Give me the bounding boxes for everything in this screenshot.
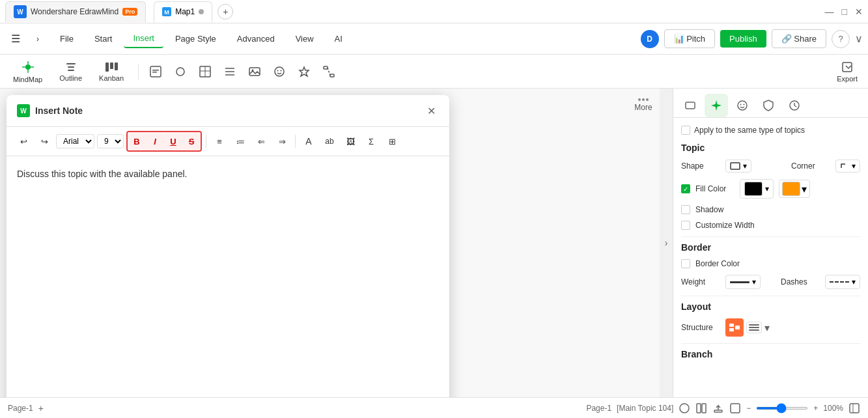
weight-label: Weight bbox=[681, 277, 720, 286]
indent-right-button[interactable]: ⇒ bbox=[273, 132, 291, 150]
border-section-title: Border bbox=[681, 242, 860, 253]
nav-collapse-button[interactable]: ☰ bbox=[5, 29, 26, 49]
panel-tab-ai[interactable] bbox=[705, 94, 728, 117]
menu-insert[interactable]: Insert bbox=[124, 29, 163, 48]
image-insert-button[interactable]: 🖼 bbox=[341, 132, 359, 150]
weight-select[interactable]: ▾ bbox=[725, 275, 761, 289]
help-button[interactable]: ? bbox=[832, 30, 850, 48]
text-color-button[interactable]: A bbox=[300, 132, 318, 150]
close-button[interactable]: ✕ bbox=[855, 7, 863, 17]
svg-rect-32 bbox=[686, 102, 695, 109]
align-button[interactable]: ≡ bbox=[210, 132, 229, 150]
font-family-select[interactable]: Arial bbox=[56, 134, 94, 148]
outline-view-button[interactable]: Outline bbox=[51, 56, 90, 87]
app-icon: W bbox=[14, 5, 27, 18]
star-button[interactable] bbox=[294, 61, 315, 82]
shape-select[interactable]: ▾ bbox=[725, 160, 751, 173]
note-button[interactable] bbox=[145, 61, 166, 82]
list-button[interactable] bbox=[219, 61, 240, 82]
font-size-select[interactable]: 9 bbox=[97, 134, 124, 148]
map-tab-name: Map1 bbox=[175, 7, 195, 16]
expand-icon[interactable] bbox=[848, 402, 860, 414]
zoom-slider[interactable] bbox=[756, 407, 808, 410]
customize-width-checkbox[interactable] bbox=[681, 221, 690, 230]
fit-page-icon[interactable] bbox=[679, 402, 690, 414]
menu-ai[interactable]: AI bbox=[326, 30, 352, 48]
menu-view[interactable]: View bbox=[287, 30, 323, 48]
italic-button[interactable]: I bbox=[146, 132, 164, 150]
indent-left-button[interactable]: ⇐ bbox=[252, 132, 270, 150]
right-panel: Apply to the same type of topics Topic S… bbox=[673, 89, 868, 397]
undo-button[interactable]: ↩ bbox=[14, 132, 33, 150]
menu-advanced[interactable]: Advanced bbox=[228, 30, 284, 48]
fill-color-picker[interactable]: ▾ bbox=[779, 180, 810, 198]
menu-file[interactable]: File bbox=[51, 30, 83, 48]
note-textarea[interactable]: Discuss this topic with the available pa… bbox=[14, 164, 441, 392]
add-page-button[interactable]: + bbox=[38, 403, 44, 413]
more-format-button[interactable]: ⊞ bbox=[383, 132, 401, 150]
dialog-close-button[interactable]: ✕ bbox=[423, 103, 439, 118]
mindmap-label: MindMap bbox=[13, 76, 42, 83]
structure-chevron[interactable]: ▾ bbox=[764, 322, 770, 334]
minimize-button[interactable]: — bbox=[825, 7, 834, 17]
canvas-area[interactable]: More W Insert Note ✕ ↩ ↪ Arial bbox=[0, 89, 660, 397]
formula-button[interactable]: Σ bbox=[362, 132, 380, 150]
emoji-button[interactable] bbox=[269, 61, 290, 82]
dialog-content[interactable]: Discuss this topic with the available pa… bbox=[7, 156, 449, 397]
highlight-button[interactable]: ab bbox=[320, 132, 339, 150]
underline-button[interactable]: U bbox=[164, 132, 182, 150]
border-color-checkbox[interactable] bbox=[681, 259, 690, 268]
panel-tab-clock[interactable] bbox=[783, 94, 806, 117]
image-button[interactable] bbox=[244, 61, 265, 82]
panel-tab-emoji[interactable] bbox=[731, 94, 754, 117]
structure-layout-button[interactable] bbox=[725, 318, 744, 337]
shadow-checkbox[interactable] bbox=[681, 205, 690, 214]
strikethrough-button[interactable]: S bbox=[182, 132, 201, 150]
mindmap-view-button[interactable]: MindMap bbox=[5, 56, 50, 87]
publish-button[interactable]: Publish bbox=[720, 30, 766, 48]
user-avatar[interactable]: D bbox=[641, 30, 659, 48]
share-button[interactable]: 🔗 Share bbox=[772, 29, 826, 48]
fill-type-chevron: ▾ bbox=[765, 184, 769, 193]
panel-tab-shape[interactable] bbox=[679, 94, 702, 117]
zoom-out-button[interactable]: − bbox=[746, 404, 751, 413]
list-button[interactable]: ≔ bbox=[231, 132, 249, 150]
corner-chevron: ▾ bbox=[852, 161, 856, 171]
shape-button[interactable] bbox=[170, 61, 191, 82]
menu-start[interactable]: Start bbox=[85, 30, 121, 48]
zoom-in-button[interactable]: + bbox=[813, 404, 818, 413]
relation-button[interactable] bbox=[318, 61, 339, 82]
structure-list-button[interactable] bbox=[746, 322, 762, 333]
panel-toggle-button[interactable]: › bbox=[660, 89, 673, 397]
window-controls[interactable]: — □ ✕ bbox=[825, 7, 863, 17]
map-tab[interactable]: M Map1 bbox=[154, 1, 212, 22]
table-button[interactable] bbox=[195, 61, 216, 82]
maximize-button[interactable]: □ bbox=[842, 7, 847, 17]
kanban-view-button[interactable]: Kanban bbox=[91, 56, 132, 87]
dashes-select[interactable]: ▾ bbox=[825, 275, 860, 289]
shape-icon bbox=[174, 65, 187, 78]
chevron-down-icon[interactable]: ∨ bbox=[855, 33, 863, 45]
bold-button[interactable]: B bbox=[128, 132, 146, 150]
corner-select[interactable]: ▾ bbox=[835, 160, 860, 173]
svg-rect-48 bbox=[714, 410, 722, 412]
fullscreen-icon[interactable] bbox=[729, 402, 741, 414]
fill-color-orange bbox=[782, 182, 800, 196]
pitch-button[interactable]: 📊 Pitch bbox=[664, 29, 716, 48]
svg-rect-12 bbox=[115, 63, 118, 70]
fill-color-chevron: ▾ bbox=[802, 183, 807, 195]
new-tab-button[interactable]: + bbox=[217, 4, 233, 20]
apply-same-checkbox[interactable] bbox=[681, 126, 690, 135]
fill-type-select[interactable]: ▾ bbox=[740, 179, 774, 199]
pro-badge: Pro bbox=[122, 8, 137, 16]
columns-icon[interactable] bbox=[695, 402, 707, 414]
nav-expand-button[interactable]: › bbox=[27, 29, 48, 49]
fill-color-checkbox[interactable]: ✓ bbox=[681, 184, 690, 193]
insert-note-dialog: W Insert Note ✕ ↩ ↪ Arial 9 B bbox=[7, 95, 449, 397]
upload-icon[interactable] bbox=[712, 402, 724, 414]
redo-button[interactable]: ↪ bbox=[35, 132, 53, 150]
export-button[interactable]: Export bbox=[832, 58, 863, 85]
panel-tab-theme[interactable] bbox=[757, 94, 780, 117]
dialog-app-icon: W bbox=[17, 104, 30, 117]
menu-page-style[interactable]: Page Style bbox=[166, 30, 225, 48]
